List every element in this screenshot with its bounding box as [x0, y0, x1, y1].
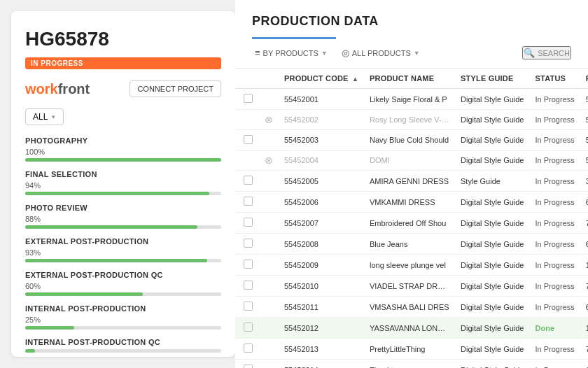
product-code-cell: 55452013 — [279, 339, 364, 360]
row-checkbox[interactable] — [244, 302, 253, 311]
progress-bar-bg — [25, 192, 221, 195]
progress-bar-fill — [25, 292, 143, 296]
style-guide-cell: Digital Style Guide — [455, 255, 530, 276]
row-checkbox[interactable] — [244, 281, 253, 290]
product-name-cell: Navy Blue Cold Should — [364, 129, 455, 150]
table-row[interactable]: 55452010 VIADEL STRAP DRESS Digital Styl… — [235, 276, 588, 297]
row-checkbox-cell — [235, 234, 258, 255]
right-panel: PRODUCTION DATA ≡ BY PRODUCTS ▼ ◎ ALL PR… — [235, 0, 588, 368]
row-checkbox[interactable] — [244, 365, 253, 368]
progress-section: PHOTOGRAPHY 100% — [25, 136, 221, 162]
chevron-down-icon: ▼ — [50, 114, 56, 120]
row-checkbox-cell — [235, 339, 258, 360]
connect-project-button[interactable]: CONNECT PROJECT — [130, 80, 221, 97]
by-products-button[interactable]: ≡ BY PRODUCTS ▼ — [252, 46, 330, 59]
col-status[interactable]: STATUS — [530, 69, 580, 89]
eye-icon: ◎ — [342, 48, 349, 58]
product-name-cell: Embroidered Off Shou — [364, 213, 455, 234]
search-button[interactable]: 🔍 SEARCH — [522, 46, 571, 59]
product-code-cell: 55452002 — [279, 110, 364, 130]
row-icon-cell — [258, 234, 279, 255]
project-id: HG65878 — [25, 28, 221, 50]
section-title: FINAL SELECTION — [25, 170, 221, 178]
status-cell: In Progress — [530, 171, 580, 192]
section-title: INTERNAL POST-PRODUCTION QC — [25, 338, 221, 346]
progress-cell: 75% — [580, 339, 588, 360]
progress-section: PHOTO REVIEW 88% — [25, 204, 221, 229]
progress-cell: 62% — [580, 192, 588, 213]
section-pct: 93% — [25, 248, 221, 257]
table-row[interactable]: 55452001 Likely Saige Floral & P Digital… — [235, 89, 588, 110]
row-icon-cell — [258, 129, 279, 150]
status-cell: In Progress — [530, 110, 580, 130]
progress-bar-bg — [25, 349, 221, 353]
status-cell: In Progress — [530, 129, 580, 150]
progress-bar-bg — [25, 292, 221, 296]
table-row[interactable]: 55452011 VMSASHA BALI DRES Digital Style… — [235, 297, 588, 318]
row-checkbox[interactable] — [244, 218, 253, 227]
table-row[interactable]: 55452005 AMIRA GENNI DRESS Style Guide I… — [235, 171, 588, 192]
row-checkbox-cell — [235, 276, 258, 297]
table-row[interactable]: ⊗ 55452004 DOMI Digital Style Guide In P… — [235, 150, 588, 171]
logo-work: work — [25, 81, 58, 97]
row-checkbox-cell — [235, 150, 258, 171]
progress-cell: 75% — [580, 213, 588, 234]
progress-bar-fill — [25, 192, 209, 195]
col-style-guide[interactable]: STYLE GUIDE — [455, 69, 530, 89]
progress-section: FINAL SELECTION 94% — [25, 170, 221, 195]
table-row[interactable]: 55452013 PrettyLittleThing Digital Style… — [235, 339, 588, 360]
table-row[interactable]: 55452007 Embroidered Off Shou Digital St… — [235, 213, 588, 234]
table-container[interactable]: PRODUCT CODE ▲ PRODUCT NAME STYLE GUIDE … — [235, 69, 588, 368]
row-checkbox[interactable] — [244, 260, 253, 269]
col-product-name[interactable]: PRODUCT NAME — [364, 69, 455, 89]
exclude-icon[interactable]: ⊗ — [264, 156, 273, 165]
exclude-icon[interactable]: ⊗ — [264, 115, 273, 124]
row-checkbox[interactable] — [244, 323, 253, 332]
logo-front: front — [58, 81, 90, 97]
row-checkbox[interactable] — [244, 94, 253, 103]
product-code-cell: 55452010 — [279, 276, 364, 297]
row-icon-cell — [258, 171, 279, 192]
status-cell: In Progress — [530, 150, 580, 171]
col-product-code[interactable]: PRODUCT CODE ▲ — [279, 69, 364, 89]
menu-icon: ≡ — [255, 48, 260, 58]
product-code-cell: 55452006 — [279, 192, 364, 213]
row-checkbox[interactable] — [244, 197, 253, 206]
row-checkbox[interactable] — [244, 344, 253, 353]
table-row[interactable]: 55452006 VMKAMMI DRESS Digital Style Gui… — [235, 192, 588, 213]
style-guide-cell: Digital Style Guide — [455, 234, 530, 255]
section-title: EXTERNAL POST-PRODUCTION QC — [25, 271, 221, 279]
title-underline — [252, 37, 336, 39]
status-cell: In Progress — [530, 89, 580, 110]
section-pct: 100% — [25, 148, 221, 156]
product-name-cell: VIADEL STRAP DRESS — [364, 276, 455, 297]
product-name-cell: Blue Jeans — [364, 234, 455, 255]
all-filter-button[interactable]: ALL ▼ — [25, 108, 64, 125]
table-row[interactable]: ⊗ 55452002 Rosy Long Sleeve V-Ne Digital… — [235, 110, 588, 130]
workfront-row: workfront CONNECT PROJECT — [25, 80, 221, 97]
progress-section: EXTERNAL POST-PRODUCTION 93% — [25, 237, 221, 262]
row-checkbox[interactable] — [244, 135, 253, 144]
status-cell: In Progress — [530, 297, 580, 318]
col-progress[interactable]: PROGRE... — [580, 69, 588, 89]
row-checkbox[interactable] — [244, 176, 253, 185]
style-guide-cell: Digital Style Guide — [455, 213, 530, 234]
table-row[interactable]: 55452009 long sleeve plunge vel Digital … — [235, 255, 588, 276]
progress-cell: 62% — [580, 234, 588, 255]
col-icon — [258, 69, 279, 89]
product-code-cell: 55452011 — [279, 297, 364, 318]
all-products-button[interactable]: ◎ ALL PRODUCTS ▼ — [339, 46, 423, 59]
product-code-cell: 55452009 — [279, 255, 364, 276]
col-checkbox — [235, 69, 258, 89]
table-header-row: PRODUCT CODE ▲ PRODUCT NAME STYLE GUIDE … — [235, 69, 588, 89]
product-name-cell: Rosy Long Sleeve V-Ne — [364, 110, 455, 130]
status-cell: In Progress — [530, 234, 580, 255]
product-code-cell: 55452007 — [279, 213, 364, 234]
table-row[interactable]: 55452012 YASSAVANNA LONG S Digital Style… — [235, 318, 588, 339]
table-row[interactable]: 55452008 Blue Jeans Digital Style Guide … — [235, 234, 588, 255]
row-checkbox[interactable] — [244, 239, 253, 248]
product-code-cell: 55452004 — [279, 150, 364, 171]
section-pct: 60% — [25, 282, 221, 290]
table-row[interactable]: 55452003 Navy Blue Cold Should Digital S… — [235, 129, 588, 150]
table-row[interactable]: 55452014 Floral top Digital Style Guide … — [235, 360, 588, 369]
